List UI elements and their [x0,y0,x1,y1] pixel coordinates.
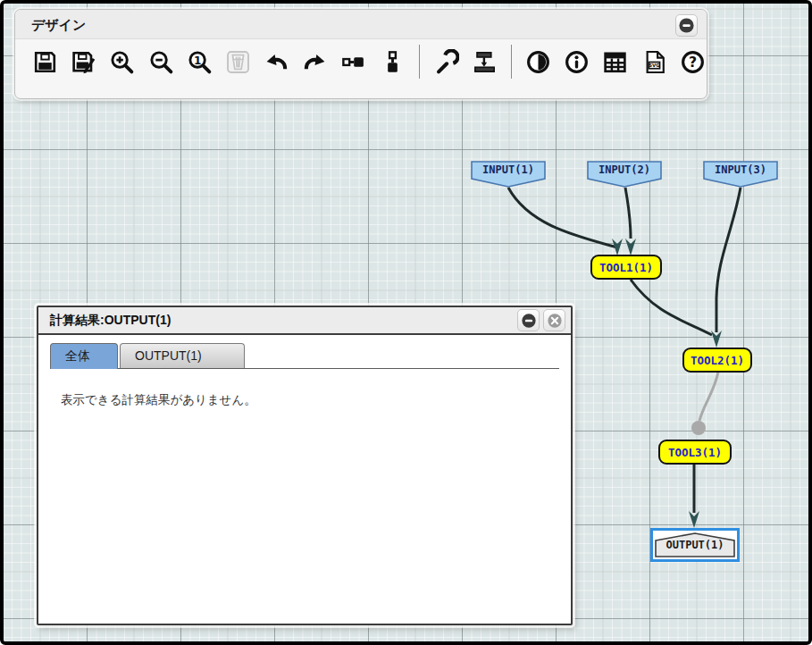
result-minimize-button[interactable] [517,309,540,331]
run-button[interactable] [524,46,552,78]
undo-button[interactable] [263,46,290,78]
node-input3[interactable]: INPUT(3) [703,161,778,188]
node-label: OUTPUT(1) [653,539,737,551]
node-tool1[interactable]: TOOL1(1) [590,255,662,280]
toolbar-minimize-button[interactable] [675,14,698,37]
edge-input1-tool1 [508,188,617,247]
edge-tool1-tool2 [631,280,712,335]
toolbar-separator [419,45,420,79]
svg-export-button[interactable]: SVG [640,46,668,78]
minimize-icon [678,17,695,34]
svg-text:1: 1 [194,54,201,66]
delete-button[interactable] [224,46,252,78]
help-button[interactable]: ? [679,46,707,78]
save-as-button[interactable] [70,46,97,78]
node-output1[interactable]: OUTPUT(1) [650,528,740,562]
info-icon [564,49,590,75]
edge-input3-tool2 [716,188,741,332]
arrowhead-icon [612,239,623,255]
info-button[interactable] [563,46,590,78]
result-title: 計算結果:OUTPUT(1) [50,313,171,329]
zoom-out-icon [148,49,174,75]
zoom-in-button[interactable] [108,46,136,78]
node-label: TOOL3(1) [668,446,722,459]
arrowhead-icon [625,239,636,255]
node-input2[interactable]: INPUT(2) [587,161,662,188]
save-as-icon [71,49,96,75]
result-close-button[interactable] [543,309,565,331]
run-icon [525,49,551,75]
result-tabbar: 全体 OUTPUT(1) [50,343,559,369]
node-label: TOOL2(1) [691,354,744,367]
node-label: INPUT(3) [703,163,778,176]
toolbar-icon-row: 1 [15,39,707,79]
tab-output1[interactable]: OUTPUT(1) [120,343,245,368]
undo-icon [264,49,289,75]
settings-button[interactable] [432,46,460,78]
zoom-reset-icon: 1 [187,49,213,75]
zoom-in-icon [109,49,135,75]
save-icon [32,49,58,75]
pending-connection-dot [691,421,706,435]
svg-text:SVG: SVG [649,63,660,68]
auto-layout-button[interactable] [471,46,498,78]
redo-icon [302,49,328,75]
table-icon [602,49,628,75]
auto-layout-icon [472,49,498,75]
zoom-reset-button[interactable]: 1 [186,46,213,78]
node-input1[interactable]: INPUT(1) [471,161,546,188]
edge-tool2-dot [699,372,718,421]
toolbar-titlebar[interactable]: デザイン [15,10,707,39]
add-node-vertical-icon [380,49,406,75]
edge-input2-tool1 [625,188,631,239]
design-toolbar-window: デザイン [14,9,707,99]
close-icon [547,313,563,329]
minimize-icon [521,313,537,329]
trash-icon [225,49,251,75]
table-button[interactable] [601,46,629,78]
result-titlebar[interactable]: 計算結果:OUTPUT(1) [38,307,571,335]
node-label: INPUT(2) [587,163,662,176]
tab-all[interactable]: 全体 [50,343,118,369]
add-node-horizontal-button[interactable] [339,46,367,78]
arrowhead-icon [711,331,722,348]
node-tool2[interactable]: TOOL2(1) [682,348,752,373]
add-node-horizontal-icon [340,49,366,75]
svg-text:?: ? [689,54,697,71]
svg-file-icon: SVG [641,49,667,75]
toolbar-title: デザイン [31,17,86,34]
node-label: TOOL1(1) [599,261,653,274]
node-label: INPUT(1) [471,163,546,176]
node-tool3[interactable]: TOOL3(1) [658,440,732,465]
toolbar-separator [511,45,512,79]
arrowhead-icon [689,511,699,528]
design-canvas[interactable]: INPUT(1) INPUT(2) INPUT(3) TOOL1(1) TOOL… [4,4,808,641]
redo-button[interactable] [301,46,329,78]
wrench-icon [433,49,459,75]
app-window: INPUT(1) INPUT(2) INPUT(3) TOOL1(1) TOOL… [0,0,812,645]
help-icon: ? [680,49,706,75]
save-button[interactable] [31,46,59,78]
result-message: 表示できる計算結果がありません。 [61,392,571,408]
result-window: 計算結果:OUTPUT(1) [37,306,573,625]
add-node-vertical-button[interactable] [379,46,406,78]
zoom-out-button[interactable] [147,46,175,78]
